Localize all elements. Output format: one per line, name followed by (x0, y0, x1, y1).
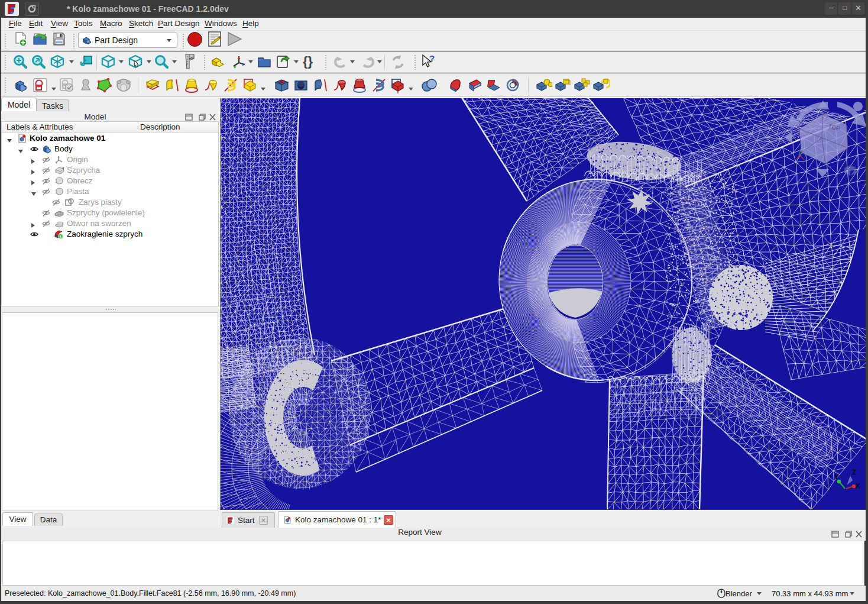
svg-text:X: X (856, 482, 860, 489)
svg-text:Z: Z (852, 469, 856, 476)
svg-text:?: ? (429, 54, 435, 63)
svg-text:Y: Y (834, 473, 839, 480)
svg-text:{}: {} (303, 54, 313, 69)
